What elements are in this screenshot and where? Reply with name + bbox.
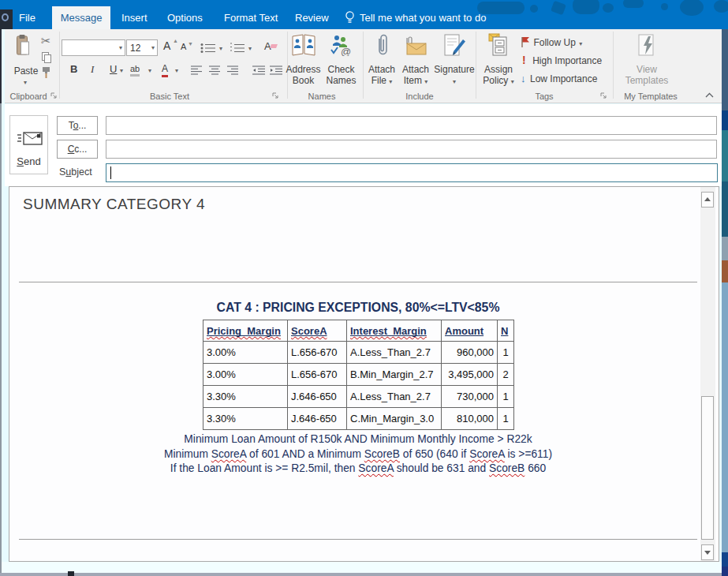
bullets-dropdown-arrow[interactable]: ▾ bbox=[219, 46, 222, 52]
table-header-cell: N bbox=[498, 320, 514, 342]
subject-label: Subject bbox=[59, 166, 92, 178]
group-separator bbox=[363, 32, 364, 99]
table-cell: 2 bbox=[498, 364, 514, 386]
font-color-button[interactable]: A bbox=[162, 63, 168, 77]
follow-up-button[interactable]: Follow Up ▾ bbox=[521, 35, 607, 49]
group-separator bbox=[59, 32, 60, 99]
table-cell: 1 bbox=[498, 386, 514, 408]
footnote-line: Minimum ScoreA of 601 AND a Minimum Scor… bbox=[19, 448, 697, 460]
table-cell: J.646-650 bbox=[288, 408, 347, 430]
font-name-combo[interactable]: ▾ bbox=[62, 39, 125, 56]
background-window-fragment bbox=[0, 9, 13, 29]
highlight-button[interactable]: ab bbox=[130, 64, 140, 77]
send-icon bbox=[17, 132, 43, 145]
view-templates-button[interactable]: ViewTemplates bbox=[623, 32, 670, 96]
horizontal-rule-bottom bbox=[19, 539, 697, 540]
window-bottom-frame bbox=[2, 562, 722, 573]
align-right-button[interactable] bbox=[227, 65, 239, 75]
align-left-button[interactable] bbox=[191, 65, 203, 75]
tags-dialog-launcher[interactable] bbox=[600, 92, 607, 99]
tags-group-label: Tags bbox=[521, 92, 568, 101]
copy-icon[interactable] bbox=[42, 52, 52, 64]
cc-input[interactable] bbox=[106, 140, 717, 159]
cc-button[interactable]: Cc... bbox=[57, 140, 98, 159]
bullets-button[interactable] bbox=[200, 43, 218, 54]
low-importance-button[interactable]: ↓ Low Importance bbox=[521, 71, 615, 85]
send-button[interactable]: Send bbox=[9, 115, 48, 174]
svg-text:@: @ bbox=[341, 46, 351, 56]
to-button[interactable]: To... bbox=[57, 116, 98, 135]
footnote-line: Minimum Loan Amount of R150k AND Minimum… bbox=[19, 433, 697, 445]
shrink-font-button[interactable]: A▼ bbox=[181, 42, 196, 56]
clipboard-dialog-launcher[interactable] bbox=[50, 92, 58, 99]
table-header-cell: Amount bbox=[442, 320, 498, 342]
view-templates-icon bbox=[637, 34, 658, 58]
basic-text-dialog-launcher[interactable] bbox=[272, 92, 279, 99]
paste-button[interactable]: Paste ▾ bbox=[11, 35, 41, 95]
align-center-button[interactable] bbox=[209, 65, 221, 75]
tab-insert[interactable]: Insert bbox=[121, 6, 147, 29]
table-cell: J.646-650 bbox=[288, 386, 347, 408]
report-table: Pricing_MarginScoreAInterest_MarginAmoun… bbox=[203, 320, 514, 430]
include-group-label: Include bbox=[396, 92, 443, 101]
subject-input[interactable] bbox=[106, 163, 718, 182]
format-painter-icon[interactable] bbox=[41, 67, 51, 79]
signature-button[interactable]: Signature▾ bbox=[434, 32, 475, 96]
scrollbar-down-button[interactable] bbox=[701, 544, 714, 560]
table-cell: 810,000 bbox=[442, 408, 498, 430]
cut-icon[interactable]: ✂ bbox=[41, 34, 51, 48]
underline-button[interactable]: U bbox=[110, 63, 117, 75]
assign-policy-button[interactable]: AssignPolicy ▾ bbox=[480, 32, 517, 96]
body-scrollbar[interactable] bbox=[700, 187, 715, 561]
increase-indent-button[interactable] bbox=[270, 65, 283, 75]
clear-formatting-button[interactable]: A bbox=[264, 40, 271, 52]
table-cell: C.Min_Margin_3.0 bbox=[347, 408, 442, 430]
font-color-dropdown-arrow[interactable]: ▾ bbox=[175, 68, 178, 74]
numbering-dropdown-arrow[interactable]: ▾ bbox=[248, 46, 252, 52]
address-book-button[interactable]: AddressBook bbox=[285, 32, 322, 96]
table-cell: 730,000 bbox=[442, 386, 498, 408]
tab-options[interactable]: Options bbox=[167, 6, 203, 29]
table-cell: 3.00% bbox=[203, 364, 288, 386]
font-name-dropdown-arrow: ▾ bbox=[119, 45, 125, 51]
ribbon: Paste ▾ ✂ Clipboard ▾ 12▾ A▲ A▼ ▾ ▾ A B … bbox=[5, 29, 722, 103]
signature-icon bbox=[444, 34, 466, 58]
lightbulb-icon bbox=[345, 10, 355, 25]
tab-file[interactable]: File bbox=[19, 6, 35, 29]
italic-button[interactable]: I bbox=[91, 63, 94, 76]
highlight-dropdown-arrow[interactable]: ▾ bbox=[148, 68, 151, 74]
assign-policy-icon bbox=[488, 33, 509, 57]
font-size-combo[interactable]: 12▾ bbox=[126, 39, 158, 56]
table-row: 3.30%J.646-650C.Min_Margin_3.0810,0001 bbox=[203, 408, 514, 430]
scrollbar-thumb[interactable] bbox=[701, 396, 714, 540]
table-cell: L.656-670 bbox=[288, 364, 347, 386]
table-header-cell: Interest_Margin bbox=[347, 320, 442, 342]
tellme-box[interactable]: Tell me what you want to do bbox=[360, 6, 486, 29]
window-left-edge bbox=[0, 29, 2, 576]
scrollbar-up-button[interactable] bbox=[701, 192, 714, 208]
check-names-icon: @ bbox=[330, 34, 353, 56]
table-cell: L.656-670 bbox=[288, 342, 347, 364]
collapse-ribbon-chevron[interactable] bbox=[705, 92, 714, 98]
attach-item-button[interactable]: AttachItem ▾ bbox=[399, 32, 432, 96]
to-input[interactable] bbox=[106, 116, 717, 135]
attach-file-button[interactable]: AttachFile ▾ bbox=[366, 32, 398, 96]
table-cell: 3.30% bbox=[203, 386, 288, 408]
my-templates-group-label: My Templates bbox=[619, 92, 682, 101]
tab-message[interactable]: Message bbox=[52, 6, 110, 29]
table-row: 3.30%J.646-650A.Less_Than_2.7730,0001 bbox=[203, 386, 514, 408]
decrease-indent-button[interactable] bbox=[252, 65, 266, 75]
bold-button[interactable]: B bbox=[70, 63, 77, 75]
tab-review[interactable]: Review bbox=[295, 6, 329, 29]
font-size-dropdown-arrow: ▾ bbox=[151, 45, 157, 51]
numbering-button[interactable] bbox=[230, 43, 247, 54]
tab-format-text[interactable]: Format Text bbox=[224, 6, 278, 29]
taskbar-sliver bbox=[0, 573, 722, 576]
body-heading: SUMMARY CATEGORY 4 bbox=[23, 196, 205, 213]
underline-dropdown-arrow[interactable]: ▾ bbox=[120, 68, 123, 74]
check-names-button[interactable]: @ CheckNames bbox=[323, 32, 360, 96]
message-body[interactable]: SUMMARY CATEGORY 4 CAT 4 : PRICING EXCEP… bbox=[9, 186, 719, 562]
grow-font-button[interactable]: A▲ bbox=[163, 39, 179, 56]
names-group-label: Names bbox=[298, 92, 345, 101]
high-importance-button[interactable]: ! High Importance bbox=[521, 53, 615, 67]
